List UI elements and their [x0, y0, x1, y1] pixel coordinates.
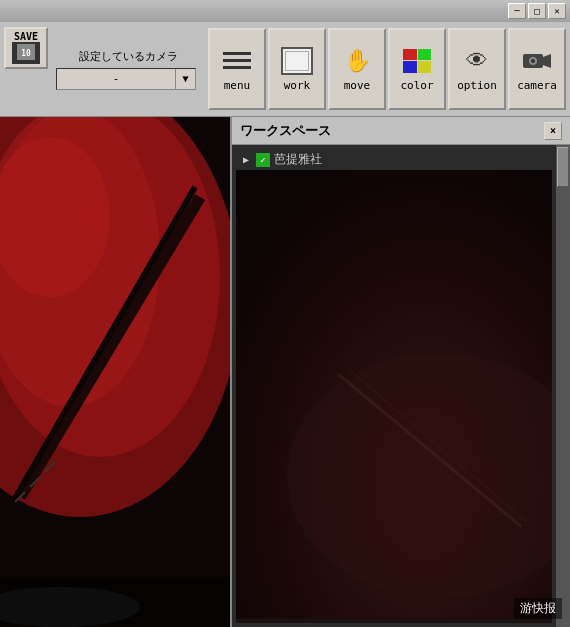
scrollbar[interactable]: [556, 145, 570, 627]
tree-area: ▶ ✓ 芭提雅社: [232, 145, 556, 627]
camera-tool-icon: [519, 47, 555, 75]
option-label: option: [457, 79, 497, 92]
option-icon: 👁: [461, 47, 493, 75]
menu-button[interactable]: menu: [208, 28, 266, 110]
tree-expand-arrow[interactable]: ▶: [240, 154, 252, 166]
svg-point-3: [531, 59, 535, 63]
move-button[interactable]: ✋ move: [328, 28, 386, 110]
save-area: SAVE: [4, 27, 48, 112]
watermark: 游快报: [514, 598, 562, 619]
work-icon: [281, 47, 313, 75]
color-button[interactable]: color: [388, 28, 446, 110]
save-label: SAVE: [14, 31, 38, 42]
save-button[interactable]: SAVE: [4, 27, 48, 69]
tree-checkbox[interactable]: ✓: [256, 153, 270, 167]
svg-marker-1: [543, 54, 551, 68]
color-icon: [401, 47, 433, 75]
workspace-panel: ワークスペース × ▶ ✓ 芭提雅社: [230, 117, 570, 627]
camera-tool-label: camera: [517, 79, 557, 92]
move-icon: ✋: [341, 47, 373, 75]
camera-select-area: 設定しているカメラ - ▼: [52, 27, 204, 112]
camera-dropdown-value: -: [57, 72, 175, 85]
main-area: ワークスペース × ▶ ✓ 芭提雅社: [0, 117, 570, 627]
tree-item-label: 芭提雅社: [274, 151, 322, 168]
viewport-area: [0, 117, 230, 627]
camera-button[interactable]: camera: [508, 28, 566, 110]
workspace-title: ワークスペース: [240, 122, 331, 140]
workspace-close-button[interactable]: ×: [544, 122, 562, 140]
menu-label: menu: [224, 79, 251, 92]
minimize-button[interactable]: [508, 3, 526, 19]
option-button[interactable]: 👁 option: [448, 28, 506, 110]
move-label: move: [344, 79, 371, 92]
workspace-header: ワークスペース ×: [232, 117, 570, 145]
camera-dropdown-arrow[interactable]: ▼: [175, 69, 195, 89]
title-bar: [0, 0, 570, 22]
tree-item[interactable]: ▶ ✓ 芭提雅社: [236, 149, 552, 170]
work-button[interactable]: work: [268, 28, 326, 110]
leather-texture: [0, 117, 230, 627]
camera-section-label: 設定しているカメラ: [56, 49, 200, 64]
maximize-button[interactable]: [528, 3, 546, 19]
workspace-content: ▶ ✓ 芭提雅社: [232, 145, 570, 627]
close-button[interactable]: [548, 3, 566, 19]
scrollbar-thumb[interactable]: [557, 147, 569, 187]
tool-buttons: menu work ✋ move color 👁 option: [208, 27, 566, 112]
toolbar: SAVE 設定しているカメラ - ▼ menu work: [0, 22, 570, 117]
menu-icon: [221, 47, 253, 75]
work-label: work: [284, 79, 311, 92]
save-icon: [12, 42, 40, 64]
color-label: color: [400, 79, 433, 92]
workspace-body: [236, 170, 552, 623]
camera-dropdown[interactable]: - ▼: [56, 68, 196, 90]
